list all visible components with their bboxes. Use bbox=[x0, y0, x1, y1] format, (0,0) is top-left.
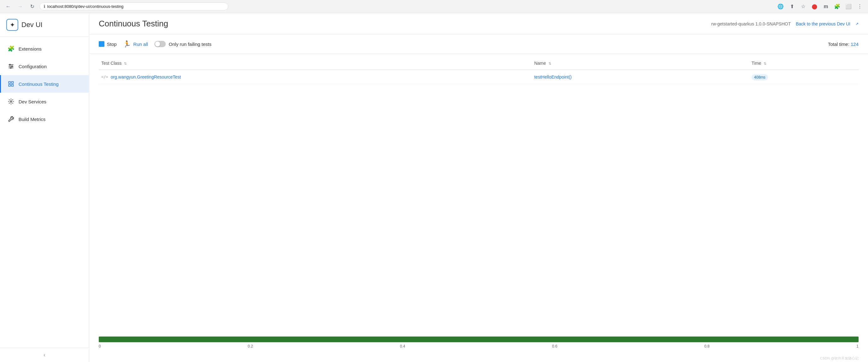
toggle-label: Only run failing tests bbox=[169, 41, 212, 47]
table-body: </> org.wangyun.GreetingResourceTest tes… bbox=[99, 70, 859, 84]
svg-point-5 bbox=[10, 67, 11, 68]
sidebar-item-build-metrics[interactable]: Build Metrics bbox=[0, 110, 89, 128]
back-button[interactable]: ← bbox=[4, 2, 12, 11]
back-to-previous-link[interactable]: Back to the previous Dev UI bbox=[796, 21, 850, 26]
total-time-value: 124 bbox=[851, 41, 859, 47]
run-all-label: Run all bbox=[133, 41, 148, 47]
cell-time: 408ms bbox=[749, 70, 859, 84]
cell-test-class: </> org.wangyun.GreetingResourceTest bbox=[99, 70, 532, 84]
test-results-table: Test Class ⇅ Name ⇅ Time ⇅ bbox=[99, 57, 859, 84]
col-time[interactable]: Time ⇅ bbox=[749, 57, 859, 70]
table-header-row: Test Class ⇅ Name ⇅ Time ⇅ bbox=[99, 57, 859, 70]
browser-bar: ← → ↻ ℹ localhost:8080/q/dev-ui/continuo… bbox=[0, 0, 868, 13]
url-text: localhost:8080/q/dev-ui/continuous-testi… bbox=[47, 4, 124, 9]
name-sort-icon: ⇅ bbox=[549, 62, 551, 65]
extension-icon-1[interactable]: ⬤ bbox=[810, 2, 819, 11]
progress-label-1: 1 bbox=[856, 344, 859, 349]
version-text: rw-getstarted-quarkus 1.0.0-SNAPSHOT bbox=[711, 21, 791, 26]
progress-labels: 0 0.2 0.4 0.6 0.8 1 bbox=[99, 344, 859, 349]
sidebar-item-build-metrics-label: Build Metrics bbox=[19, 117, 45, 122]
logo-box: ✦ bbox=[6, 19, 18, 31]
test-name-text[interactable]: testHelloEndpoint() bbox=[534, 74, 572, 79]
dev-services-nav-icon bbox=[7, 98, 15, 105]
sidebar-item-continuous-testing[interactable]: Continuous Testing bbox=[0, 75, 89, 93]
sidebar-item-extensions[interactable]: 🧩 Extensions bbox=[0, 40, 89, 58]
forward-button[interactable]: → bbox=[16, 2, 25, 11]
logo-text: Dev UI bbox=[21, 21, 42, 29]
table-area: Test Class ⇅ Name ⇅ Time ⇅ bbox=[89, 54, 868, 336]
failing-tests-toggle[interactable] bbox=[154, 41, 166, 47]
build-metrics-nav-icon bbox=[7, 115, 15, 123]
class-name-text[interactable]: org.wangyun.GreetingResourceTest bbox=[111, 74, 181, 79]
sidebar-item-dev-services-label: Dev Services bbox=[19, 99, 46, 104]
main-content: Continuous Testing rw-getstarted-quarkus… bbox=[89, 13, 868, 362]
test-class-sort-icon: ⇅ bbox=[124, 62, 127, 65]
share-button[interactable]: ⬆ bbox=[787, 2, 796, 11]
header-right: rw-getstarted-quarkus 1.0.0-SNAPSHOT Bac… bbox=[711, 21, 859, 26]
logo-area: ✦ Dev UI bbox=[0, 13, 89, 37]
extension-icon-2[interactable]: m bbox=[822, 2, 830, 11]
translate-button[interactable]: 🌐 bbox=[776, 2, 785, 11]
menu-button[interactable]: ⋮ bbox=[856, 2, 864, 11]
stop-square-icon bbox=[99, 41, 104, 47]
sidebar-collapse-button[interactable]: ‹ bbox=[0, 348, 89, 362]
lock-icon: ℹ bbox=[44, 4, 45, 9]
sidebar-item-extensions-label: Extensions bbox=[19, 46, 41, 52]
reload-button[interactable]: ↻ bbox=[28, 2, 36, 11]
continuous-testing-nav-icon bbox=[7, 80, 15, 88]
svg-rect-9 bbox=[12, 85, 13, 87]
app-container: ✦ Dev UI 🧩 Extensions Configuration Cont… bbox=[0, 13, 868, 362]
col-name[interactable]: Name ⇅ bbox=[532, 57, 749, 70]
configuration-nav-icon bbox=[7, 63, 15, 70]
progress-label-08: 0.8 bbox=[704, 344, 710, 349]
progress-area: 0 0.2 0.4 0.6 0.8 1 bbox=[89, 336, 868, 355]
total-time: Total time: 124 bbox=[828, 41, 859, 47]
quarkus-logo-icon: ✦ bbox=[10, 21, 15, 29]
time-sort-icon: ⇅ bbox=[764, 62, 767, 65]
progress-label-0: 0 bbox=[99, 344, 101, 349]
browser-actions: 🌐 ⬆ ☆ ⬤ m 🧩 ⬜ ⋮ bbox=[776, 2, 864, 11]
address-bar[interactable]: ℹ localhost:8080/q/dev-ui/continuous-tes… bbox=[40, 2, 228, 10]
extensions-nav-icon: 🧩 bbox=[7, 45, 15, 53]
col-time-label: Time bbox=[752, 61, 762, 66]
sidebar-item-continuous-testing-label: Continuous Testing bbox=[19, 81, 59, 87]
toggle-knob bbox=[155, 41, 160, 46]
progress-bar bbox=[99, 336, 859, 342]
extensions-button[interactable]: 🧩 bbox=[833, 2, 842, 11]
page-title: Continuous Testing bbox=[99, 19, 168, 29]
svg-point-10 bbox=[10, 101, 12, 102]
progress-label-06: 0.6 bbox=[552, 344, 558, 349]
sidebar-nav: 🧩 Extensions Configuration Continuous Te… bbox=[0, 37, 89, 348]
svg-rect-7 bbox=[12, 82, 13, 84]
svg-rect-6 bbox=[9, 82, 11, 84]
watermark: CSDN @软件开发随心记 bbox=[89, 355, 868, 362]
col-test-class[interactable]: Test Class ⇅ bbox=[99, 57, 532, 70]
time-badge: 408ms bbox=[752, 74, 768, 80]
svg-rect-8 bbox=[9, 85, 11, 87]
sidebar-item-dev-services[interactable]: Dev Services bbox=[0, 93, 89, 110]
col-name-label: Name bbox=[534, 61, 546, 66]
sidebar-item-configuration[interactable]: Configuration bbox=[0, 58, 89, 75]
toggle-container: Only run failing tests bbox=[154, 41, 212, 47]
progress-label-04: 0.4 bbox=[400, 344, 405, 349]
progress-label-02: 0.2 bbox=[248, 344, 253, 349]
external-link-icon: ↗ bbox=[856, 22, 859, 26]
bookmark-button[interactable]: ☆ bbox=[799, 2, 808, 11]
stop-label: Stop bbox=[107, 41, 117, 47]
run-all-button[interactable]: 🏃 Run all bbox=[123, 39, 148, 49]
svg-point-4 bbox=[12, 66, 12, 67]
restore-button[interactable]: ⬜ bbox=[844, 2, 853, 11]
run-icon: 🏃 bbox=[123, 40, 131, 48]
content-header: Continuous Testing rw-getstarted-quarkus… bbox=[89, 13, 868, 35]
cell-name: testHelloEndpoint() bbox=[532, 70, 749, 84]
sidebar-item-configuration-label: Configuration bbox=[19, 64, 46, 69]
svg-point-3 bbox=[9, 64, 10, 65]
stop-button[interactable]: Stop bbox=[99, 40, 117, 48]
col-test-class-label: Test Class bbox=[101, 61, 122, 66]
code-tag-icon: </> bbox=[101, 75, 108, 79]
table-header: Test Class ⇅ Name ⇅ Time ⇅ bbox=[99, 57, 859, 70]
total-time-label: Total time: bbox=[828, 41, 849, 47]
table-row: </> org.wangyun.GreetingResourceTest tes… bbox=[99, 70, 859, 84]
toolbar: Stop 🏃 Run all Only run failing tests To… bbox=[89, 35, 868, 54]
sidebar: ✦ Dev UI 🧩 Extensions Configuration Cont… bbox=[0, 13, 89, 362]
